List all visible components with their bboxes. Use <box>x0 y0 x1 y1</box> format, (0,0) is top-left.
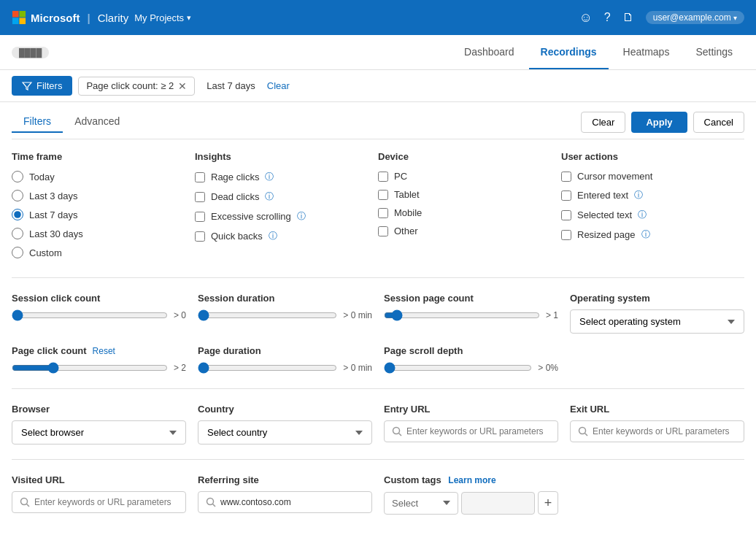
tab-dashboard[interactable]: Dashboard <box>452 36 526 69</box>
timeframe-today[interactable]: Today <box>12 171 183 182</box>
device-title: Device <box>378 151 549 162</box>
timeframe-last7-radio[interactable] <box>12 209 23 220</box>
user-badge: ████ <box>12 47 49 58</box>
timeframe-last3[interactable]: Last 3 days <box>12 190 183 201</box>
timeframe-custom-radio[interactable] <box>12 247 23 258</box>
user-name: user@example.com <box>653 12 731 23</box>
timeframe-last7[interactable]: Last 7 days <box>12 209 183 220</box>
timeframe-last30-radio[interactable] <box>12 228 23 239</box>
timeframe-custom[interactable]: Custom <box>12 247 183 258</box>
device-tablet[interactable]: Tablet <box>378 189 549 200</box>
action-cursor-movement-checkbox[interactable] <box>561 172 571 182</box>
entry-url-input[interactable] <box>406 426 550 436</box>
filters-label: Filters <box>36 80 62 91</box>
action-entered-text[interactable]: Entered text ⓘ <box>561 189 733 201</box>
device-tablet-checkbox[interactable] <box>378 190 388 200</box>
session-duration-title: Session duration <box>198 293 274 304</box>
apply-button[interactable]: Apply <box>631 112 687 133</box>
emoji-icon[interactable]: ☺ <box>579 10 592 26</box>
action-selected-text-checkbox[interactable] <box>561 210 571 220</box>
insight-rage-clicks-checkbox[interactable] <box>195 172 205 182</box>
custom-tags-learn-more-link[interactable]: Learn more <box>448 475 495 485</box>
device-mobile-label: Mobile <box>394 207 422 218</box>
page-duration-slider-row: > 0 min <box>198 362 372 374</box>
session-page-count-slider-row: > 1 <box>384 309 558 321</box>
action-resized-page-checkbox[interactable] <box>561 230 571 240</box>
insight-quick-backs-checkbox[interactable] <box>195 231 205 242</box>
ms-windows-icon <box>12 10 26 25</box>
referring-site-input[interactable] <box>220 497 364 507</box>
insight-excessive-scrolling[interactable]: Excessive scrolling ⓘ <box>195 210 366 223</box>
fpanel-tab-advanced[interactable]: Advanced <box>63 111 131 133</box>
action-selected-text[interactable]: Selected text ⓘ <box>561 209 733 221</box>
country-dropdown[interactable]: Select country United States United King… <box>198 420 372 444</box>
device-other-checkbox[interactable] <box>378 226 388 236</box>
cancel-button[interactable]: Cancel <box>693 112 744 133</box>
country-label: Country <box>198 404 372 415</box>
page-duration-slider[interactable] <box>198 362 337 374</box>
search-icon <box>20 497 30 507</box>
insight-rage-clicks[interactable]: Rage clicks ⓘ <box>195 171 366 183</box>
quick-backs-info-icon[interactable]: ⓘ <box>269 230 277 242</box>
custom-tags-add-button[interactable]: + <box>538 491 558 515</box>
device-mobile[interactable]: Mobile <box>378 207 549 218</box>
timeframe-today-radio[interactable] <box>12 171 23 182</box>
page-click-count-slider[interactable] <box>12 362 168 374</box>
browser-dropdown[interactable]: Select browser Chrome Firefox Safari Edg… <box>12 420 186 444</box>
fpanel-tab-filters[interactable]: Filters <box>12 111 63 133</box>
tab-recordings[interactable]: Recordings <box>529 36 609 69</box>
device-mobile-checkbox[interactable] <box>378 208 388 218</box>
operating-system-dropdown[interactable]: Select operating system Windows macOS Li… <box>570 309 744 334</box>
custom-tags-value-select[interactable] <box>461 492 536 515</box>
session-click-count-slider[interactable] <box>12 309 168 321</box>
user-account[interactable]: user@example.com ▾ <box>646 11 744 24</box>
custom-tags-select[interactable]: Select <box>384 492 458 515</box>
user-chevron-icon: ▾ <box>733 14 737 22</box>
session-duration-label: Session duration <box>198 293 372 304</box>
last-row-empty <box>570 474 744 515</box>
action-cursor-movement[interactable]: Cursor movement <box>561 171 733 182</box>
svg-rect-0 <box>12 11 19 18</box>
clear-button[interactable]: Clear <box>581 112 625 133</box>
visited-url-input[interactable] <box>34 497 178 507</box>
app-logo: Microsoft | Clarity <box>12 10 128 25</box>
insight-quick-backs[interactable]: Quick backs ⓘ <box>195 230 366 242</box>
filter-tag-remove-button[interactable]: ✕ <box>178 80 187 92</box>
device-pc-label: PC <box>394 171 407 182</box>
dead-clicks-info-icon[interactable]: ⓘ <box>265 190 274 203</box>
device-pc[interactable]: PC <box>378 171 549 182</box>
insight-dead-clicks-checkbox[interactable] <box>195 192 205 202</box>
resized-page-info-icon[interactable]: ⓘ <box>641 228 650 241</box>
device-other-label: Other <box>394 226 418 236</box>
insight-excessive-scrolling-checkbox[interactable] <box>195 212 205 222</box>
document-icon[interactable]: 🗋 <box>622 11 634 24</box>
clear-filters-link[interactable]: Clear <box>267 80 290 91</box>
tab-settings[interactable]: Settings <box>684 36 744 69</box>
referring-site-label: Referring site <box>198 474 372 485</box>
session-duration-slider[interactable] <box>198 309 337 321</box>
page-scroll-depth-slider[interactable] <box>384 362 532 374</box>
filter-main-grid: Time frame Today Last 3 days Last 7 days… <box>12 139 744 278</box>
exit-url-label: Exit URL <box>570 404 744 415</box>
session-page-count-slider[interactable] <box>384 309 540 321</box>
action-entered-text-checkbox[interactable] <box>561 190 571 201</box>
filters-button[interactable]: Filters <box>12 76 72 96</box>
timeframe-last3-radio[interactable] <box>12 190 23 201</box>
rage-clicks-info-icon[interactable]: ⓘ <box>265 171 274 183</box>
insight-rage-clicks-label: Rage clicks <box>211 172 259 182</box>
tab-heatmaps[interactable]: Heatmaps <box>612 36 682 69</box>
selected-text-info-icon[interactable]: ⓘ <box>638 209 647 221</box>
insight-dead-clicks[interactable]: Dead clicks ⓘ <box>195 190 366 203</box>
timeframe-last30[interactable]: Last 30 days <box>12 228 183 239</box>
action-resized-page[interactable]: Resized page ⓘ <box>561 228 733 241</box>
entered-text-info-icon[interactable]: ⓘ <box>634 189 643 201</box>
device-other[interactable]: Other <box>378 226 549 236</box>
page-click-count-reset-link[interactable]: Reset <box>93 346 115 356</box>
device-pc-checkbox[interactable] <box>378 172 388 182</box>
help-icon[interactable]: ? <box>604 11 611 24</box>
exit-url-input[interactable] <box>593 426 736 436</box>
projects-dropdown[interactable]: My Projects ▾ <box>134 12 191 23</box>
page-duration-label: Page duration <box>198 345 372 356</box>
svg-rect-2 <box>12 18 19 24</box>
excessive-scrolling-info-icon[interactable]: ⓘ <box>297 210 306 223</box>
